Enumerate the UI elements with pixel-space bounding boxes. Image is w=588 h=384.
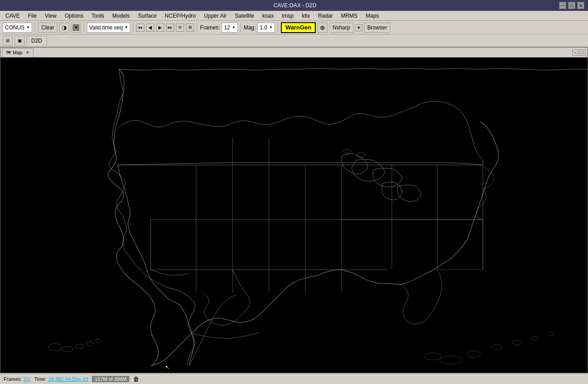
map-maximize-button[interactable]: □	[579, 49, 586, 56]
mag-value: 1.0	[260, 24, 267, 31]
time-status-label: Time:	[34, 376, 47, 382]
frames-status-value: 1/1	[24, 376, 30, 382]
clear-button[interactable]: Clear	[38, 23, 57, 33]
menu-options[interactable]: Options	[61, 12, 87, 20]
add-button[interactable]: +	[355, 24, 362, 31]
menu-ktlx[interactable]: ktlx	[298, 12, 313, 20]
menu-file[interactable]: File	[24, 12, 40, 20]
map-tab-close-icon[interactable]: ✕	[26, 50, 29, 55]
mag-label: Mag:	[244, 24, 256, 31]
menu-bar: CAVE File View Options Tools Models Surf…	[0, 11, 588, 21]
mag-arrow-icon: ▼	[269, 25, 273, 29]
nsharp-button[interactable]: Nsharp	[329, 23, 353, 33]
browser-button[interactable]: Browser	[364, 23, 390, 33]
frames-arrow-icon: ▼	[232, 25, 236, 29]
minimize-button[interactable]: ─	[559, 2, 566, 9]
map-tab-bar: 🗺 Map ✕ ─ □	[0, 48, 588, 58]
map-tab-controls: ─ □	[572, 49, 586, 56]
step-back-button[interactable]: ◀	[146, 24, 154, 32]
menu-tmsp[interactable]: tmsp	[278, 12, 297, 20]
trash-icon[interactable]: 🗑	[133, 375, 139, 383]
separator-5	[241, 23, 241, 33]
main-toolbar: CONUS ▼ Clear ◑ ✕ Valid time seq ▼ ⏮ ◀ ▶…	[0, 21, 588, 34]
menu-ncep-hydro[interactable]: NCEP/Hydro	[161, 12, 199, 20]
menu-surface[interactable]: Surface	[134, 12, 160, 20]
d2d-label: D2D	[31, 38, 42, 44]
frames-label: Frames:	[200, 24, 220, 31]
restore-button[interactable]: □	[568, 2, 575, 9]
svg-text:↖: ↖	[165, 364, 170, 370]
menu-cave[interactable]: CAVE	[2, 12, 24, 20]
crosshair-icon-button[interactable]: ⊕	[318, 23, 327, 33]
refresh-button[interactable]: ⟳	[176, 24, 184, 32]
x-icon-button[interactable]: ✕	[71, 23, 81, 33]
conus-label: CONUS	[5, 24, 24, 31]
menu-mrms[interactable]: MRMS	[337, 12, 361, 20]
frames-value: 12	[224, 24, 230, 31]
menu-koax[interactable]: koax	[259, 12, 277, 20]
app-title: CAVE:OAX - D2D	[31, 2, 559, 9]
menu-upper-air[interactable]: Upper Air	[200, 12, 230, 20]
warngen-button[interactable]: WarnGen	[281, 22, 316, 33]
conus-arrow-icon: ▼	[26, 25, 30, 29]
frames-status-label: Frames:	[4, 376, 22, 382]
menu-view[interactable]: View	[41, 12, 60, 20]
menu-satellite[interactable]: Satellite	[231, 12, 258, 20]
svg-rect-0	[0, 65, 588, 365]
valid-time-seq-dropdown[interactable]: Valid time seq ▼	[87, 23, 130, 33]
separator-1	[35, 23, 35, 33]
separator-4	[197, 23, 197, 33]
map-minimize-button[interactable]: ─	[572, 49, 579, 56]
map-icon: 🗺	[6, 50, 11, 55]
monitor-icon-button[interactable]: ▣	[14, 36, 24, 46]
map-tab[interactable]: 🗺 Map ✕	[2, 48, 33, 57]
skip-back-button[interactable]: ⏮	[136, 24, 144, 32]
conus-dropdown[interactable]: CONUS ▼	[3, 23, 32, 33]
skip-forward-button[interactable]: ⏭	[166, 24, 174, 32]
clear-x-icon: ✕	[73, 24, 79, 31]
status-bar: Frames: 1/1 Time: 19:38Z 04-Dec-23 157M …	[0, 373, 588, 384]
separator-6	[278, 23, 278, 33]
circle-icon-button[interactable]: ◑	[59, 23, 69, 33]
menu-tools[interactable]: Tools	[88, 12, 108, 20]
memory-status: 157M of 396M	[92, 376, 129, 382]
map-canvas: ↖	[0, 58, 588, 373]
separator-3	[133, 23, 133, 33]
time-status: Time: 19:38Z 04-Dec-23	[34, 376, 89, 382]
valid-time-arrow-icon: ▼	[124, 25, 128, 29]
brightness-icon: ◑	[62, 24, 66, 31]
mag-dropdown[interactable]: 1.0 ▼	[257, 23, 275, 33]
title-bar: CAVE:OAX - D2D ─ □ ✕	[0, 0, 588, 11]
map-svg: ↖	[0, 58, 588, 373]
crosshair-icon: ⊕	[320, 24, 325, 31]
map-tab-label: Map	[13, 50, 22, 55]
d2d-tab[interactable]: D2D	[26, 36, 47, 46]
settings-button[interactable]: ⚙	[186, 24, 194, 32]
grid-icon-button[interactable]: ⊞	[3, 36, 13, 46]
frames-dropdown[interactable]: 12 ▼	[222, 23, 237, 33]
frames-status: Frames: 1/1	[4, 376, 31, 382]
window-controls[interactable]: ─ □ ✕	[559, 2, 584, 9]
secondary-toolbar: ⊞ ▣ D2D	[0, 34, 588, 47]
separator-2	[84, 23, 84, 33]
time-status-value: 19:38Z 04-Dec-23	[48, 376, 89, 382]
valid-time-label: Valid time seq	[89, 24, 123, 31]
menu-radar[interactable]: Radar	[314, 12, 337, 20]
play-button[interactable]: ▶	[156, 24, 164, 32]
menu-maps[interactable]: Maps	[362, 12, 383, 20]
close-button[interactable]: ✕	[577, 2, 584, 9]
map-container: 🗺 Map ✕ ─ □	[0, 47, 588, 373]
menu-models[interactable]: Models	[109, 12, 133, 20]
